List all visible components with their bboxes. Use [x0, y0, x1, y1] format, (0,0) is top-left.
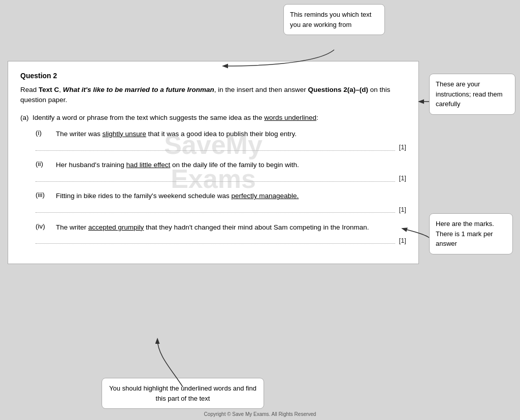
- questions-ref-bold: Questions 2(a)–(d): [308, 86, 368, 93]
- sub-question-ii-row: (ii) Her husband's training had little e…: [36, 160, 406, 170]
- sub-question-iv: (iv) The writer accepted grumpily that t…: [36, 222, 406, 244]
- tooltip-marks: Here are the marks. There is 1 mark per …: [429, 213, 513, 254]
- copyright: Copyright © Save My Exams. All Rights Re…: [204, 411, 316, 417]
- sub-q-text-iii: Fitting in bike rides to the family's we…: [56, 191, 406, 201]
- tooltip-marks-content: Here are the marks. There is 1 mark per …: [436, 220, 494, 247]
- question-title: Question 2: [20, 72, 406, 80]
- tooltip-instructions-content: These are your instructions; read them c…: [436, 80, 503, 108]
- dotted-line-row-i: [1]: [36, 143, 406, 151]
- sub-question-iv-row: (iv) The writer accepted grumpily that t…: [36, 222, 406, 233]
- mark-i: [1]: [399, 143, 406, 151]
- tooltip-highlight: You should highlight the underlined word…: [102, 378, 264, 409]
- underlined-iii: perfectly manageable.: [232, 192, 299, 200]
- sub-q-text-i: The writer was slightly unsure that it w…: [56, 129, 406, 139]
- question-paper: SaveMy Exams Question 2 Read Text C, Wha…: [8, 61, 419, 264]
- answer-line-ii: [36, 175, 395, 182]
- part-a-label-row: (a) Identify a word or phrase from the t…: [20, 113, 406, 123]
- dotted-line-row-iv: [1]: [36, 237, 406, 244]
- underlined-ii: had little effect: [126, 161, 170, 169]
- sub-q-num-iii: (iii): [36, 191, 56, 199]
- instruction-post: , in the insert and then answer: [214, 86, 308, 93]
- sub-question-iii-row: (iii) Fitting in bike rides to the famil…: [36, 191, 406, 201]
- sub-q-text-iv: The writer accepted grumpily that they h…: [56, 222, 406, 233]
- sub-q-num-i: (i): [36, 129, 56, 137]
- sub-questions-list: (i) The writer was slightly unsure that …: [36, 129, 406, 244]
- tooltip-which-text: This reminds you which text you are work…: [283, 4, 385, 35]
- part-a-text: Identify a word or phrase from the text …: [32, 114, 264, 121]
- page-background: SaveMy Exams Question 2 Read Text C, Wha…: [0, 0, 520, 420]
- tooltip-which-text-content: This reminds you which text you are work…: [290, 11, 371, 28]
- comma-space: ,: [59, 86, 63, 93]
- sub-q-text-ii: Her husband's training had little effect…: [56, 160, 406, 170]
- sub-question-i-row: (i) The writer was slightly unsure that …: [36, 129, 406, 139]
- sub-question-ii: (ii) Her husband's training had little e…: [36, 160, 406, 182]
- sub-question-i: (i) The writer was slightly unsure that …: [36, 129, 406, 151]
- part-a-underlined: words underlined: [264, 114, 316, 121]
- title-italic-bold: What it's like to be married to a future…: [63, 86, 214, 93]
- dotted-line-row-iii: [1]: [36, 206, 406, 213]
- instruction-pre: Read: [20, 86, 39, 93]
- sub-question-iii: (iii) Fitting in bike rides to the famil…: [36, 191, 406, 213]
- answer-line-iv: [36, 237, 395, 244]
- mark-iv: [1]: [399, 237, 406, 244]
- answer-line-iii: [36, 206, 395, 213]
- underlined-iv: accepted grumpily: [88, 223, 144, 231]
- sub-q-num-ii: (ii): [36, 160, 56, 168]
- sub-q-num-iv: (iv): [36, 222, 56, 230]
- mark-ii: [1]: [399, 174, 406, 182]
- answer-line-i: [36, 144, 395, 151]
- part-a-label: (a): [20, 114, 29, 121]
- dotted-line-row-ii: [1]: [36, 174, 406, 182]
- title-italic: What it's like to be married to a future…: [63, 86, 214, 93]
- tooltip-instructions: These are your instructions; read them c…: [429, 74, 515, 115]
- instruction-text: Read Text C, What it's like to be marrie…: [20, 85, 406, 106]
- mark-iii: [1]: [399, 206, 406, 213]
- tooltip-highlight-content: You should highlight the underlined word…: [109, 384, 256, 402]
- underlined-i: slightly unsure: [103, 130, 146, 138]
- text-c-bold: Text C: [39, 86, 59, 93]
- part-a-colon: :: [316, 114, 318, 121]
